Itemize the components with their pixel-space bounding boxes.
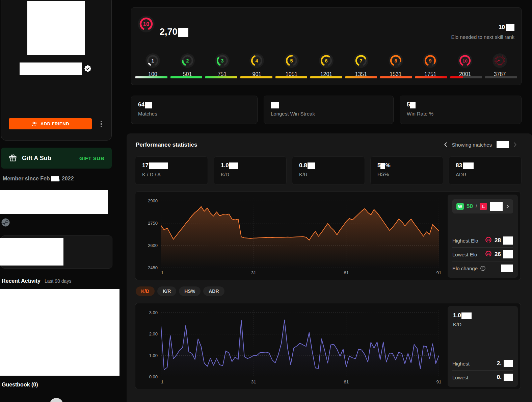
profile-card: ADD FRIEND xyxy=(1,0,112,141)
skill-level-4: 4901 xyxy=(239,53,274,77)
stat-kd: 1.0 K/D xyxy=(214,156,287,185)
steam-icon[interactable] xyxy=(1,218,10,228)
elo-change-value xyxy=(501,265,513,272)
more-options-button[interactable] xyxy=(98,119,104,129)
person-add-icon xyxy=(31,121,37,127)
avatar[interactable] xyxy=(27,1,85,55)
svg-text:1: 1 xyxy=(151,58,154,64)
svg-text:10: 10 xyxy=(487,238,490,241)
svg-text:8: 8 xyxy=(394,58,397,64)
chevron-right-icon[interactable] xyxy=(513,142,517,147)
lowest-elo-row: Lowest Elo 1026 xyxy=(452,248,513,261)
y-axis-tick: 2.00 xyxy=(149,331,158,336)
elo-summary-card: 10 2,70 10 Elo needed to next skill rank… xyxy=(131,7,522,85)
info-icon[interactable] xyxy=(480,266,485,271)
highest-elo-row: Highest Elo 1028 xyxy=(452,234,513,247)
member-since: Member since Feb , 2022 xyxy=(3,176,74,182)
stat-adr: 83 ADR xyxy=(449,156,522,185)
skill-level-6: 61201 xyxy=(309,53,344,77)
tab-adr[interactable]: ADR xyxy=(203,286,224,296)
svg-text:6: 6 xyxy=(325,58,327,64)
skill-level-10: 102001 xyxy=(448,53,482,77)
svg-text:3: 3 xyxy=(221,58,223,64)
elo-needed-block: 10 Elo needed to next skill rank xyxy=(451,24,514,40)
kd-chart: 3.002.001.000.001316191 xyxy=(138,305,444,386)
svg-text:2: 2 xyxy=(186,58,189,64)
y-axis-tick: 2600 xyxy=(148,243,158,248)
skill-level-2: 2501 xyxy=(170,53,205,77)
skill-progress-bar xyxy=(135,76,517,78)
skill-level-icon: 10 xyxy=(484,236,493,244)
showing-matches-count xyxy=(497,141,509,148)
win-rate-card: 5 Win Rate % xyxy=(400,96,522,124)
tab-hs[interactable]: HS% xyxy=(179,286,201,296)
guestbook-title: Guestbook (0) xyxy=(2,382,38,388)
kd-lowest-row: Lowest 0. xyxy=(452,371,513,384)
elo-chart: 29002750260024501316191 xyxy=(138,194,444,277)
x-axis-tick: 1 xyxy=(161,270,164,275)
recent-activity-range: Last 90 days xyxy=(45,278,71,284)
x-axis-tick: 61 xyxy=(344,270,349,275)
recent-activity-chart-redacted xyxy=(0,289,119,376)
skill-levels-row: 1100250137514901510516120171351815319175… xyxy=(135,53,517,77)
x-axis-tick: 1 xyxy=(161,379,164,384)
chevron-left-icon[interactable] xyxy=(444,142,447,147)
skill-level-10-icon: 10 xyxy=(137,15,155,34)
expand-chevron-icon[interactable] xyxy=(506,204,509,209)
svg-text:4: 4 xyxy=(256,58,258,64)
skill-level-icon: 10 xyxy=(137,15,155,33)
tab-kr[interactable]: K/R xyxy=(157,286,176,296)
win-badge: W xyxy=(456,203,464,210)
svg-text:10: 10 xyxy=(487,252,490,255)
performance-title: Performance statistics xyxy=(136,142,197,148)
skill-level-3: 3751 xyxy=(205,53,240,77)
performance-section: Performance statistics Showing matches 1… xyxy=(127,133,532,402)
elo-needed-value: 10 xyxy=(451,24,514,31)
faceit-profile-page: ADD FRIEND Gift A Sub GIFT SUB Member si… xyxy=(0,0,532,402)
username[interactable] xyxy=(20,62,82,75)
showing-matches-nav: Showing matches xyxy=(444,141,517,148)
svg-text:9: 9 xyxy=(429,58,432,64)
y-axis-tick: 2750 xyxy=(148,221,158,226)
x-axis-tick: 91 xyxy=(436,379,441,384)
kd-highest-row: Highest 2. xyxy=(452,357,513,370)
matches-card: 64 Matches xyxy=(131,96,258,124)
svg-text:10: 10 xyxy=(143,21,149,27)
current-elo: 2,70 xyxy=(160,27,188,37)
skill-level-1: 1100 xyxy=(135,53,170,77)
skill-level-8: 81531 xyxy=(378,53,413,77)
skill-level-icon: 3 xyxy=(215,53,230,68)
guestbook-avatar xyxy=(50,398,63,402)
recent-activity-title: Recent Activity xyxy=(2,278,41,284)
y-axis-tick: 2450 xyxy=(148,265,158,270)
stat-kr: 0.8 K/R xyxy=(292,156,365,185)
svg-text:5: 5 xyxy=(290,58,293,64)
add-friend-button[interactable]: ADD FRIEND xyxy=(9,118,92,129)
showing-matches-label: Showing matches xyxy=(452,142,492,148)
gift-sub-card: Gift A Sub GIFT SUB xyxy=(1,148,112,169)
skill-level-icon: 6 xyxy=(319,53,334,68)
kd-side-panel: 1.0 K/D Highest 2. Lowest 0. xyxy=(448,306,518,387)
elo-side-panel: W 50 / L Highest Elo 1028 Lowest Elo 1 xyxy=(448,195,518,278)
redacted-widget-card xyxy=(1,235,112,269)
y-axis-tick: 1.00 xyxy=(149,353,158,358)
add-friend-label: ADD FRIEND xyxy=(41,121,69,126)
tab-kd[interactable]: K/D xyxy=(136,286,155,296)
x-axis-tick: 31 xyxy=(251,270,256,275)
recent-activity-header: Recent Activity Last 90 days xyxy=(2,278,71,284)
y-axis-tick: 2900 xyxy=(148,198,158,203)
skill-level-icon: 10 xyxy=(457,53,473,68)
skill-level-icon: 7 xyxy=(353,53,369,68)
skill-level-icon: 8 xyxy=(388,53,403,68)
win-count: 50 xyxy=(467,203,473,210)
stat-kda: 17 K / D / A xyxy=(135,156,208,185)
elo-needed-label: Elo needed to next skill rank xyxy=(451,34,514,40)
kd-chart-card: 3.002.001.000.001316191 1.0 K/D Highest … xyxy=(135,303,521,389)
gift-icon xyxy=(8,154,17,162)
win-streak-card: Longest Win Streak xyxy=(264,96,394,124)
level-10-mini-icon: 10 xyxy=(484,250,493,259)
skill-level-icon: 2 xyxy=(180,53,195,68)
gift-sub-button[interactable]: GIFT SUB xyxy=(79,155,104,161)
svg-text:7: 7 xyxy=(360,58,362,64)
skill-level-icon: 9 xyxy=(423,53,438,68)
